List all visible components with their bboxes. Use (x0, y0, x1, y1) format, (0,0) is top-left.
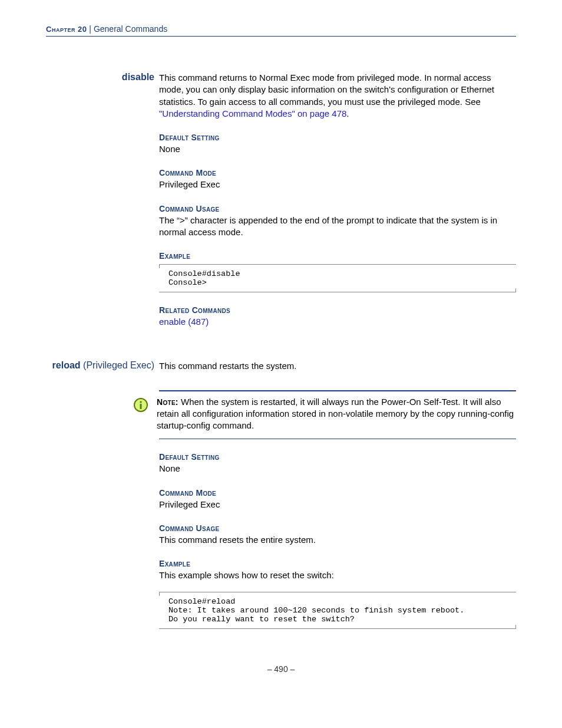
note-top-rule (159, 390, 516, 391)
reload-intro: This command restarts the system. (159, 360, 516, 372)
link-enable-487[interactable]: enable (487) (159, 317, 209, 327)
text: This command returns to Normal Exec mode… (159, 73, 494, 107)
command-disable-row: disable This command returns to Normal E… (46, 72, 516, 328)
code-block-reload: Console#reload Note: It takes around 100… (159, 592, 516, 629)
heading-example: Example (159, 559, 516, 568)
disable-intro: This command returns to Normal Exec mode… (159, 72, 516, 120)
chapter-label: Chapter 20 (46, 25, 87, 34)
svg-rect-2 (140, 404, 142, 409)
note-label: Note: (157, 397, 178, 407)
page: Chapter 20 | General Commands disable Th… (0, 0, 562, 728)
example-intro: This example shows how to reset the swit… (159, 569, 516, 581)
heading-command-usage: Command Usage (159, 523, 516, 533)
heading-default-setting: Default Setting (159, 452, 516, 462)
note-body: When the system is restarted, it will al… (157, 397, 514, 431)
command-label-col: reload (Privileged Exec) (46, 360, 159, 371)
default-setting-value: None (159, 463, 516, 475)
command-body-col: This command returns to Normal Exec mode… (159, 72, 516, 328)
heading-example: Example (159, 251, 516, 261)
heading-command-usage: Command Usage (159, 204, 516, 213)
heading-command-mode: Command Mode (159, 488, 516, 498)
heading-default-setting: Default Setting (159, 133, 516, 142)
header-separator: | (87, 24, 93, 34)
code-block-disable: Console#disable Console> (159, 264, 516, 292)
command-name-disable: disable (122, 72, 154, 82)
svg-rect-1 (140, 401, 142, 403)
text: . (346, 108, 349, 118)
link-understanding-command-modes[interactable]: "Understanding Command Modes" on page 47… (159, 108, 346, 118)
command-mode-value: Privileged Exec (159, 179, 516, 190)
command-label-col: disable (46, 72, 159, 83)
page-footer: – 490 – (46, 664, 516, 674)
heading-related-commands: Related Commands (159, 305, 516, 315)
command-reload-row: reload (Privileged Exec) This command re… (46, 360, 516, 629)
command-mode-value: Privileged Exec (159, 499, 516, 510)
note-bottom-rule (159, 439, 516, 439)
chapter-title: General Commands (94, 24, 167, 34)
default-setting-value: None (159, 143, 516, 155)
note-text: Note: When the system is restarted, it w… (157, 396, 516, 432)
command-usage-value: This command resets the entire system. (159, 534, 516, 546)
info-icon (133, 397, 157, 414)
command-body-col: This command restarts the system. Note: … (159, 360, 516, 629)
command-usage-value: The “>” character is appended to the end… (159, 215, 516, 239)
heading-command-mode: Command Mode (159, 168, 516, 177)
page-header: Chapter 20 | General Commands (46, 24, 516, 37)
note-row: Note: When the system is restarted, it w… (159, 396, 516, 432)
command-name-reload: reload (52, 360, 81, 370)
command-name-reload-extra: (Privileged Exec) (81, 360, 154, 370)
